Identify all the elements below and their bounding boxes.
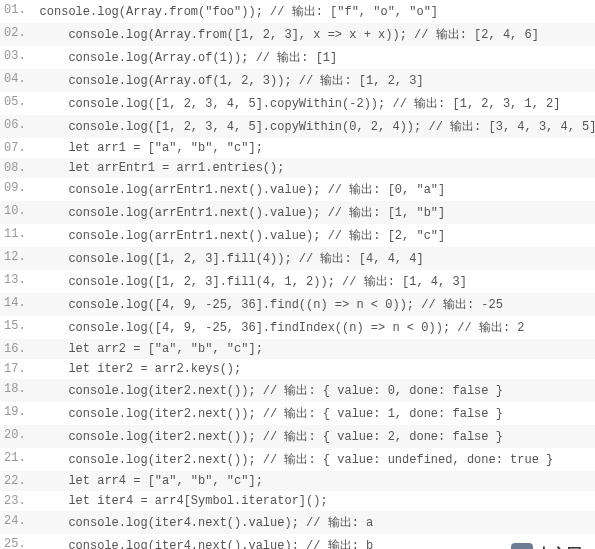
code-line: 19. console.log(iter2.next()); // 输出: { …: [0, 402, 595, 425]
line-number: 09.: [0, 178, 34, 201]
code-text: console.log(arrEntr1.next().value); // 输…: [34, 224, 595, 247]
code-block: 01.console.log(Array.from("foo")); // 输出…: [0, 0, 595, 549]
code-line: 10. console.log(arrEntr1.next().value); …: [0, 201, 595, 224]
code-text: console.log(iter2.next()); // 输出: { valu…: [34, 425, 595, 448]
code-text: console.log([1, 2, 3, 4, 5].copyWithin(-…: [34, 92, 595, 115]
line-number: 22.: [0, 471, 34, 491]
line-number: 23.: [0, 491, 34, 511]
code-text: console.log([1, 2, 3].fill(4)); // 输出: […: [34, 247, 595, 270]
line-number: 06.: [0, 115, 34, 138]
code-text: let arr1 = ["a", "b", "c"];: [34, 138, 595, 158]
line-number: 08.: [0, 158, 34, 178]
code-line: 15. console.log([4, 9, -25, 36].findInde…: [0, 316, 595, 339]
line-number: 04.: [0, 69, 34, 92]
code-text: let arr2 = ["a", "b", "c"];: [34, 339, 595, 359]
line-number: 05.: [0, 92, 34, 115]
code-text: console.log([1, 2, 3, 4, 5].copyWithin(0…: [34, 115, 595, 138]
code-line: 21. console.log(iter2.next()); // 输出: { …: [0, 448, 595, 471]
line-number: 15.: [0, 316, 34, 339]
watermark-text: 中文网: [537, 545, 582, 550]
code-text: console.log(iter2.next()); // 输出: { valu…: [34, 379, 595, 402]
code-line: 16. let arr2 = ["a", "b", "c"];: [0, 339, 595, 359]
line-number: 16.: [0, 339, 34, 359]
code-text: console.log(Array.from([1, 2, 3], x => x…: [34, 23, 595, 46]
code-line: 13. console.log([1, 2, 3].fill(4, 1, 2))…: [0, 270, 595, 293]
code-text: console.log(arrEntr1.next().value); // 输…: [34, 178, 595, 201]
code-line: 14. console.log([4, 9, -25, 36].find((n)…: [0, 293, 595, 316]
code-text: let iter2 = arr2.keys();: [34, 359, 595, 379]
code-line: 23. let iter4 = arr4[Symbol.iterator]();: [0, 491, 595, 511]
line-number: 12.: [0, 247, 34, 270]
line-number: 01.: [0, 0, 34, 23]
line-number: 21.: [0, 448, 34, 471]
code-text: let arr4 = ["a", "b", "c"];: [34, 471, 595, 491]
code-text: console.log(Array.from("foo")); // 输出: […: [34, 0, 595, 23]
code-line: 18. console.log(iter2.next()); // 输出: { …: [0, 379, 595, 402]
code-line: 07. let arr1 = ["a", "b", "c"];: [0, 138, 595, 158]
line-number: 18.: [0, 379, 34, 402]
line-number: 24.: [0, 511, 34, 534]
line-number: 20.: [0, 425, 34, 448]
watermark: php 中文网: [508, 542, 585, 549]
code-line: 06. console.log([1, 2, 3, 4, 5].copyWith…: [0, 115, 595, 138]
code-line: 24. console.log(iter4.next().value); // …: [0, 511, 595, 534]
code-text: console.log(Array.of(1)); // 输出: [1]: [34, 46, 595, 69]
code-text: console.log([4, 9, -25, 36].find((n) => …: [34, 293, 595, 316]
line-number: 10.: [0, 201, 34, 224]
code-line: 22. let arr4 = ["a", "b", "c"];: [0, 471, 595, 491]
watermark-logo-icon: php: [511, 543, 533, 549]
code-line: 05. console.log([1, 2, 3, 4, 5].copyWith…: [0, 92, 595, 115]
code-text: let iter4 = arr4[Symbol.iterator]();: [34, 491, 595, 511]
line-number: 13.: [0, 270, 34, 293]
code-line: 02. console.log(Array.from([1, 2, 3], x …: [0, 23, 595, 46]
code-text: let arrEntr1 = arr1.entries();: [34, 158, 595, 178]
code-line: 20. console.log(iter2.next()); // 输出: { …: [0, 425, 595, 448]
code-line: 08. let arrEntr1 = arr1.entries();: [0, 158, 595, 178]
code-text: console.log(iter2.next()); // 输出: { valu…: [34, 402, 595, 425]
code-line: 12. console.log([1, 2, 3].fill(4)); // 输…: [0, 247, 595, 270]
line-number: 03.: [0, 46, 34, 69]
code-line: 17. let iter2 = arr2.keys();: [0, 359, 595, 379]
code-line: 03. console.log(Array.of(1)); // 输出: [1]: [0, 46, 595, 69]
line-number: 07.: [0, 138, 34, 158]
line-number: 14.: [0, 293, 34, 316]
line-number: 11.: [0, 224, 34, 247]
code-line: 04. console.log(Array.of(1, 2, 3)); // 输…: [0, 69, 595, 92]
code-text: console.log(Array.of(1, 2, 3)); // 输出: […: [34, 69, 595, 92]
code-text: console.log([1, 2, 3].fill(4, 1, 2)); //…: [34, 270, 595, 293]
code-text: console.log([4, 9, -25, 36].findIndex((n…: [34, 316, 595, 339]
code-line: 11. console.log(arrEntr1.next().value); …: [0, 224, 595, 247]
line-number: 25.: [0, 534, 34, 549]
line-number: 19.: [0, 402, 34, 425]
code-line: 01.console.log(Array.from("foo")); // 输出…: [0, 0, 595, 23]
code-text: console.log(iter4.next().value); // 输出: …: [34, 511, 595, 534]
line-number: 02.: [0, 23, 34, 46]
code-text: console.log(iter2.next()); // 输出: { valu…: [34, 448, 595, 471]
code-line: 25. console.log(iter4.next().value); // …: [0, 534, 595, 549]
line-number: 17.: [0, 359, 34, 379]
code-line: 09. console.log(arrEntr1.next().value); …: [0, 178, 595, 201]
code-text: console.log(arrEntr1.next().value); // 输…: [34, 201, 595, 224]
